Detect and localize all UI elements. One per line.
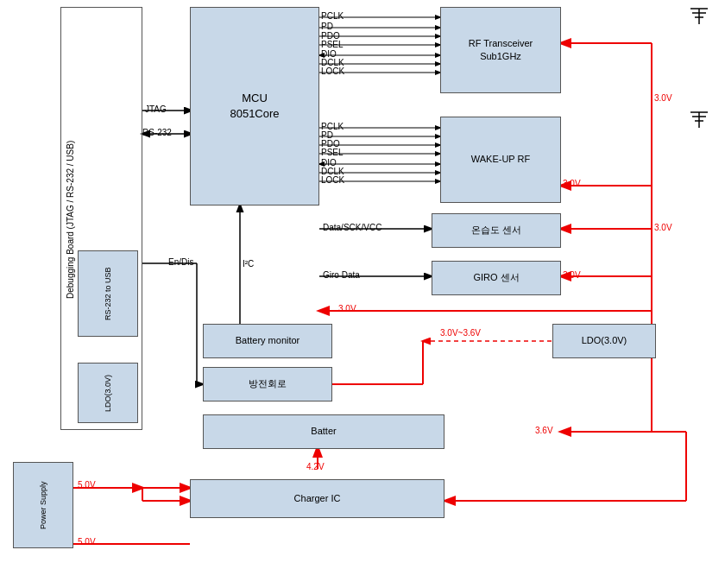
v36-label: 3.6V [535,426,553,435]
ldo-left-block: LDO(3.0V) [78,363,138,423]
i2c-label: I²C [243,259,254,269]
pd1-label: PD [321,22,333,31]
psel2-label: PSEL [321,148,344,157]
v50-1-label: 5.0V [78,480,96,490]
protection-circuit-block: 방전회로 [203,367,332,401]
v30-wakeup-label: 3.0V [563,179,581,188]
v30-36-label: 3.0V~3.6V [440,328,481,338]
v30-gyro-label: 3.0V [563,270,581,280]
lock1-label: LOCK [321,66,344,76]
antenna2-icon [682,104,716,130]
battery-block: Batter [203,414,444,449]
v30-humidity-label: 3.0V [654,223,672,232]
en-dis-label: En/Dis [168,257,193,267]
data-sck-vcc-label: Data/SCK/VCC [323,223,381,232]
jtag-label: JTAG [145,104,167,114]
giro-data-label: Giro Data [323,270,360,280]
antenna-icon [682,0,716,26]
rf-transceiver-block: RF Transceiver Sub1GHz [440,7,561,93]
v30-rf-label: 3.0V [654,93,672,103]
ldo-right-block: LDO(3.0V) [552,324,656,358]
humidity-sensor-block: 온습도 센서 [432,213,561,248]
v50-2-label: 5.0V [78,537,96,547]
rs232-to-usb-block: RS-232 to USB [78,250,138,337]
gyro-sensor-block: GIRO 센서 [432,261,561,295]
power-supply-block: Power Supply [13,462,73,548]
battery-monitor-block: Battery monitor [203,324,332,358]
wakeup-rf-block: WAKE-UP RF [440,117,561,203]
rs232-label: RS-232 [142,128,172,137]
mcu-block: MCU 8051Core [190,7,319,205]
debugging-board-label: Debugging Board (JTAG / RS-232 / USB) [62,12,78,427]
v30-mcu-label: 3.0V [338,304,356,313]
psel1-label: PSEL [321,40,344,49]
v42-label: 4.2V [306,462,325,471]
pclk1-label: PCLK [321,11,344,21]
charger-ic-block: Charger IC [190,479,444,518]
lock2-label: LOCK [321,175,344,185]
block-diagram: Debugging Board (JTAG / RS-232 / USB) RS… [0,0,725,588]
